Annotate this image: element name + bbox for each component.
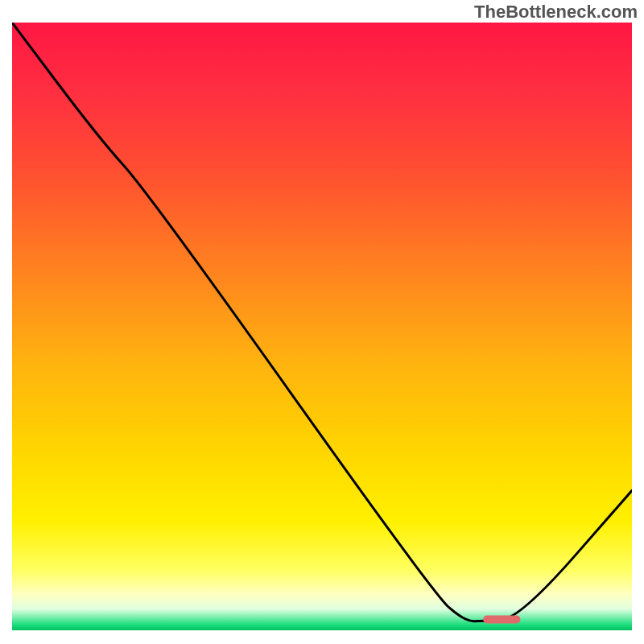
chart-background-gradient xyxy=(12,23,632,630)
chart-plot-area xyxy=(12,23,632,630)
chart-optimal-marker xyxy=(483,615,520,623)
watermark-text: TheBottleneck.com xyxy=(474,2,638,23)
chart-svg xyxy=(12,23,632,630)
